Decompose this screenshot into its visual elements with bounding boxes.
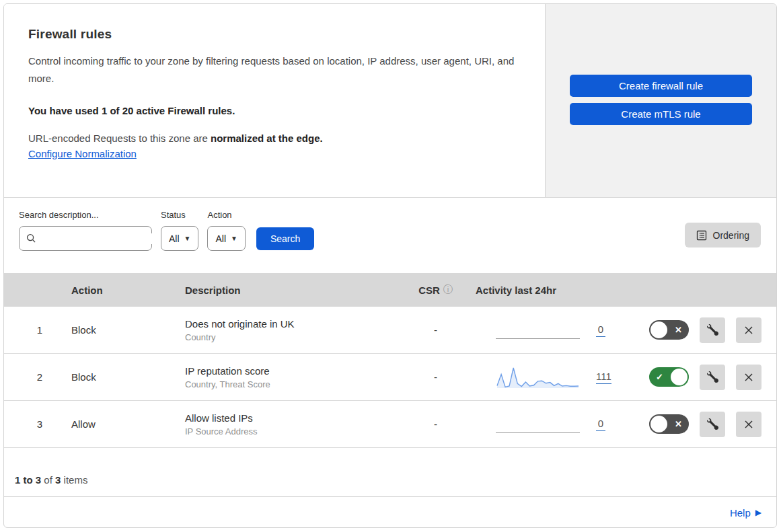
- action-filter-value: All: [215, 233, 226, 244]
- activity-count-link[interactable]: 0: [596, 324, 605, 337]
- enable-rule-toggle[interactable]: ✓: [649, 367, 689, 387]
- csr-column-header: CSR ⓘ: [404, 284, 468, 296]
- header-section: Firewall rules Control incoming traffic …: [4, 4, 776, 198]
- wrench-icon: [707, 371, 718, 383]
- page-description: Control incoming traffic to your zone by…: [28, 52, 521, 88]
- activity-count-link[interactable]: 0: [596, 418, 605, 431]
- rule-activity-cell: 0: [468, 412, 622, 437]
- enable-rule-toggle[interactable]: ✕: [649, 320, 689, 340]
- configure-normalization-link[interactable]: Configure Normalization: [28, 148, 137, 159]
- normalization-note: URL-encoded Requests to this zone are no…: [28, 132, 521, 144]
- search-box[interactable]: [19, 226, 152, 251]
- delete-rule-button[interactable]: [736, 317, 761, 343]
- chevron-down-icon: ▼: [231, 235, 237, 242]
- info-icon[interactable]: ⓘ: [443, 284, 453, 296]
- create-mtls-rule-button[interactable]: Create mTLS rule: [570, 103, 752, 125]
- rule-description: Does not originate in UK Country: [185, 318, 404, 342]
- table-row: 1 Block Does not originate in UK Country…: [4, 307, 776, 354]
- search-icon: [26, 233, 36, 243]
- activity-count-link[interactable]: 111: [596, 371, 611, 384]
- search-input[interactable]: [42, 233, 163, 244]
- page-title: Firewall rules: [28, 27, 521, 42]
- rule-description: Allow listed IPs IP Source Address: [185, 412, 404, 436]
- pagination-range: 1 to 3: [15, 474, 41, 486]
- rule-description-fields: IP Source Address: [185, 426, 404, 436]
- rule-description: IP reputation score Country, Threat Scor…: [185, 365, 404, 389]
- description-column-header: Description: [185, 284, 404, 296]
- actions-panel: Create firewall rule Create mTLS rule: [545, 4, 776, 197]
- delete-rule-button[interactable]: [736, 365, 761, 390]
- wrench-icon: [707, 324, 718, 336]
- table-row: 2 Block IP reputation score Country, Thr…: [4, 354, 776, 401]
- rule-action: Block: [67, 324, 185, 336]
- rule-priority: 1: [4, 324, 67, 336]
- status-filter-value: All: [169, 233, 180, 244]
- usage-summary: You have used 1 of 20 active Firewall ru…: [28, 105, 521, 116]
- rule-csr: -: [404, 371, 468, 383]
- chevron-down-icon: ▼: [184, 235, 191, 242]
- pagination-of: of: [44, 474, 52, 486]
- firewall-rules-card: Firewall rules Control incoming traffic …: [3, 3, 777, 528]
- rule-controls: ✕: [622, 412, 776, 437]
- wrench-icon: [707, 418, 718, 430]
- header-text-block: Firewall rules Control incoming traffic …: [4, 4, 545, 197]
- rule-csr: -: [404, 418, 468, 430]
- toggle-knob: [650, 416, 667, 432]
- pagination-total: 3: [55, 474, 61, 486]
- normalization-prefix: URL-encoded Requests to this zone are: [28, 132, 211, 144]
- action-filter-dropdown[interactable]: All ▼: [207, 226, 245, 251]
- rule-controls: ✕: [622, 317, 776, 343]
- toggle-x-icon: ✕: [675, 419, 682, 429]
- activity-sparkline-chart: [496, 365, 580, 390]
- activity-column-header: Activity last 24hr: [468, 284, 622, 296]
- arrow-right-icon: ▶: [755, 508, 761, 517]
- table-pagination-summary: 1 to 3 of 3 items: [4, 448, 776, 496]
- status-filter-dropdown[interactable]: All ▼: [161, 226, 198, 251]
- pagination-items: items: [64, 474, 88, 486]
- rule-description-title: Does not originate in UK: [185, 318, 404, 330]
- rule-description-title: IP reputation score: [185, 365, 404, 377]
- toggle-knob: [671, 369, 687, 385]
- search-button[interactable]: Search: [256, 227, 314, 250]
- table-row: 3 Allow Allow listed IPs IP Source Addre…: [4, 401, 776, 448]
- toggle-knob: [650, 321, 667, 338]
- rule-priority: 2: [4, 371, 67, 383]
- list-document-icon: [696, 230, 707, 241]
- status-filter-label: Status: [161, 210, 198, 220]
- enable-rule-toggle[interactable]: ✕: [649, 414, 689, 434]
- close-icon: [743, 419, 754, 430]
- table-header-row: Action Description CSR ⓘ Activity last 2…: [4, 273, 776, 307]
- create-firewall-rule-button[interactable]: Create firewall rule: [570, 75, 752, 97]
- toggle-check-icon: ✓: [656, 372, 663, 382]
- rule-description-fields: Country, Threat Score: [185, 379, 404, 389]
- rule-activity-cell: 0: [468, 317, 622, 343]
- filter-bar: Search description... Status All ▼ Actio…: [4, 198, 776, 273]
- rule-csr: -: [404, 324, 468, 336]
- delete-rule-button[interactable]: [736, 412, 761, 437]
- action-column-header: Action: [67, 284, 185, 296]
- close-icon: [743, 372, 754, 383]
- rule-activity-cell: 111: [468, 365, 622, 390]
- activity-sparkline-empty: [496, 412, 580, 437]
- rule-controls: ✓: [622, 365, 776, 390]
- help-bar: Help ▶: [4, 496, 776, 528]
- rule-description-fields: Country: [185, 332, 404, 342]
- rule-action: Block: [67, 371, 185, 383]
- ordering-button-label: Ordering: [713, 230, 749, 241]
- edit-rule-button[interactable]: [700, 365, 725, 390]
- ordering-button[interactable]: Ordering: [685, 223, 761, 248]
- normalization-bold: normalized at the edge.: [211, 132, 323, 144]
- rule-action: Allow: [67, 418, 185, 430]
- action-filter-label: Action: [207, 210, 245, 220]
- search-label: Search description...: [19, 210, 152, 220]
- activity-sparkline-empty: [496, 317, 580, 343]
- edit-rule-button[interactable]: [700, 412, 725, 437]
- help-link-label: Help: [730, 507, 751, 519]
- rule-priority: 3: [4, 418, 67, 430]
- toggle-x-icon: ✕: [675, 325, 682, 335]
- close-icon: [743, 325, 754, 336]
- edit-rule-button[interactable]: [700, 317, 725, 343]
- help-link[interactable]: Help ▶: [730, 507, 761, 519]
- csr-header-label: CSR: [418, 284, 440, 296]
- rule-description-title: Allow listed IPs: [185, 412, 404, 424]
